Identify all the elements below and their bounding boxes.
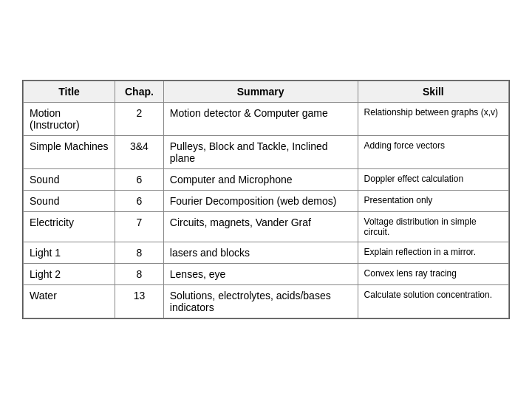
cell-title: Motion (Instructor) — [24, 103, 115, 136]
table-row: Simple Machines3&4Pulleys, Block and Tac… — [24, 136, 509, 169]
cell-skill: Relationship between graphs (x,v) — [358, 103, 508, 136]
cell-summary: Computer and Microphone — [163, 169, 358, 191]
table-row: Sound6Computer and MicrophoneDoppler eff… — [24, 169, 509, 191]
cell-summary: Motion detector & Computer game — [163, 103, 358, 136]
table-header-row: Title Chap. Summary Skill — [24, 81, 509, 103]
table-row: Water13Solutions, electrolytes, acids/ba… — [24, 285, 509, 318]
cell-title: Simple Machines — [24, 136, 115, 169]
header-summary: Summary — [163, 81, 358, 103]
cell-chap: 13 — [115, 285, 164, 318]
cell-chap: 6 — [115, 191, 164, 212]
header-skill: Skill — [358, 81, 508, 103]
cell-title: Electricity — [24, 212, 115, 242]
cell-skill: Explain reflection in a mirror. — [358, 242, 508, 264]
cell-title: Sound — [24, 169, 115, 191]
cell-summary: Pulleys, Block and Tackle, Inclined plan… — [163, 136, 358, 169]
header-title: Title — [24, 81, 115, 103]
cell-summary: Lenses, eye — [163, 264, 358, 285]
cell-chap: 6 — [115, 169, 164, 191]
cell-summary: Solutions, electrolytes, acids/bases ind… — [163, 285, 358, 318]
cell-chap: 8 — [115, 242, 164, 264]
cell-title: Sound — [24, 191, 115, 212]
cell-skill: Presentation only — [358, 191, 508, 212]
cell-skill: Adding force vectors — [358, 136, 508, 169]
cell-skill: Calculate solution concentration. — [358, 285, 508, 318]
table-row: Light 18lasers and blocksExplain reflect… — [24, 242, 509, 264]
cell-title: Light 1 — [24, 242, 115, 264]
header-chap: Chap. — [115, 81, 164, 103]
cell-skill: Doppler effect calculation — [358, 169, 508, 191]
cell-summary: Fourier Decomposition (web demos) — [163, 191, 358, 212]
cell-chap: 8 — [115, 264, 164, 285]
cell-skill: Convex lens ray tracing — [358, 264, 508, 285]
data-table: Title Chap. Summary Skill Motion (Instru… — [23, 81, 509, 318]
table-row: Sound6Fourier Decomposition (web demos)P… — [24, 191, 509, 212]
cell-chap: 3&4 — [115, 136, 164, 169]
cell-title: Light 2 — [24, 264, 115, 285]
cell-title: Water — [24, 285, 115, 318]
cell-summary: lasers and blocks — [163, 242, 358, 264]
table-row: Motion (Instructor)2Motion detector & Co… — [24, 103, 509, 136]
cell-chap: 2 — [115, 103, 164, 136]
cell-summary: Circuits, magnets, Vander Graf — [163, 212, 358, 242]
main-table-wrapper: Title Chap. Summary Skill Motion (Instru… — [22, 80, 510, 319]
cell-skill: Voltage distribution in simple circuit. — [358, 212, 508, 242]
table-row: Light 28Lenses, eyeConvex lens ray traci… — [24, 264, 509, 285]
cell-chap: 7 — [115, 212, 164, 242]
table-row: Electricity7Circuits, magnets, Vander Gr… — [24, 212, 509, 242]
